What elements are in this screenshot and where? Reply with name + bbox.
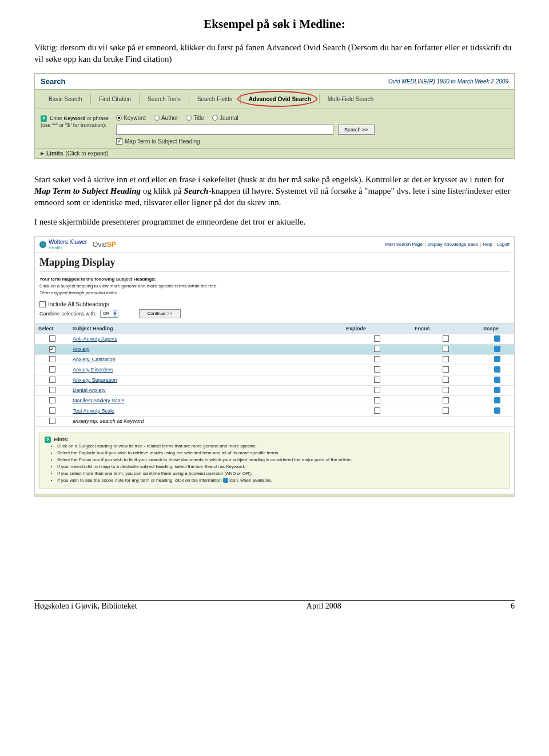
mapping-table: Select Subject Heading Explode Focus Sco… (35, 323, 514, 427)
hint-item: If your search did not map to a desirabl… (57, 463, 504, 470)
divider (39, 271, 510, 271)
explode-checkbox[interactable] (374, 366, 380, 373)
wk-logo-icon (39, 241, 46, 248)
link-main-search[interactable]: Main Search Page (385, 242, 423, 247)
explode-checkbox[interactable] (374, 335, 380, 342)
focus-checkbox[interactable] (443, 366, 449, 373)
subject-heading-link[interactable]: Anxiety, Separation (73, 377, 117, 383)
tab-search-fields[interactable]: Search Fields (189, 94, 240, 104)
table-row: Anxiety, Castration (35, 354, 514, 365)
search-button[interactable]: Search >> (338, 125, 375, 135)
subject-heading-link[interactable]: Manifest Anxiety Scale (73, 398, 125, 403)
table-row: Anxiety (35, 344, 514, 354)
select-checkbox[interactable] (49, 366, 55, 373)
scope-info-icon[interactable] (494, 356, 500, 362)
select-checkbox[interactable] (49, 335, 55, 342)
table-row: Anxiety Disorders (35, 365, 514, 375)
help-icon: ? (45, 437, 51, 443)
hint-item: Select the Focus box if you wish to limi… (57, 457, 504, 463)
select-checkbox[interactable] (49, 377, 55, 383)
focus-checkbox[interactable] (443, 387, 449, 393)
scope-info-icon[interactable] (494, 407, 500, 414)
explode-checkbox[interactable] (374, 346, 380, 352)
hint-item: If you select more than one term, you ca… (57, 470, 504, 477)
radio-keyword[interactable]: Keyword (116, 115, 146, 121)
select-checkbox[interactable] (49, 397, 55, 403)
table-row: Test Anxiety Scale (35, 406, 514, 416)
database-label: Ovid MEDLINE(R) 1950 to March Week 2 200… (388, 78, 508, 85)
subject-heading-link[interactable]: Dental Anxiety (73, 387, 106, 393)
scope-info-icon (223, 478, 228, 483)
focus-checkbox[interactable] (443, 335, 449, 342)
focus-checkbox[interactable] (443, 356, 449, 362)
col-explode: Explode (343, 323, 411, 334)
tab-advanced-ovid-search[interactable]: Advanced Ovid Search (240, 94, 319, 104)
radio-title[interactable]: Title (186, 115, 204, 121)
tab-find-citation[interactable]: Find Citation (90, 94, 139, 104)
select-checkbox[interactable] (49, 418, 55, 424)
ovidsp-logo: OvidSP (93, 241, 116, 249)
select-checkbox[interactable] (49, 407, 55, 414)
limits-label: Limits (46, 150, 63, 157)
table-row: Anti-Anxiety Agents (35, 334, 514, 344)
subject-heading-link[interactable]: Anxiety, Castration (73, 357, 116, 362)
link-knowledge-base[interactable]: Display Knowledge Base (425, 242, 478, 247)
radio-journal[interactable]: Journal (212, 115, 238, 121)
subject-heading-link: anxiety.mp. search as Keyword (73, 418, 144, 424)
map-term-checkbox[interactable] (116, 138, 122, 145)
page-footer: Høgskolen i Gjøvik, Biblioteket April 20… (34, 600, 515, 611)
table-row: Manifest Anxiety Scale (35, 395, 514, 406)
hints-title: Hints: (54, 437, 69, 442)
focus-checkbox[interactable] (443, 377, 449, 383)
limits-row[interactable]: ▶ Limits (Click to expand) (35, 149, 514, 158)
select-checkbox[interactable] (49, 346, 55, 353)
scope-info-icon[interactable] (494, 335, 500, 342)
radio-icon (116, 115, 122, 121)
scope-info-icon[interactable] (494, 387, 500, 393)
combine-select[interactable]: OR (100, 310, 118, 318)
select-checkbox[interactable] (49, 387, 55, 393)
hint-item: Select the Explode box if you wish to re… (57, 450, 504, 457)
help-icon[interactable]: ? (41, 115, 47, 122)
col-scope: Scope (480, 323, 514, 334)
subject-heading-link[interactable]: Test Anxiety Scale (73, 408, 114, 414)
scope-info-icon[interactable] (494, 366, 500, 373)
tab-basic-search[interactable]: Basic Search (41, 94, 90, 104)
radio-icon (186, 115, 192, 121)
limits-note: (Click to expand) (65, 150, 108, 157)
wolters-kluwer-logo: Wolters Kluwer Health (39, 239, 87, 250)
subject-heading-link[interactable]: Anxiety Disorders (73, 367, 113, 373)
focus-checkbox[interactable] (443, 397, 449, 403)
focus-checkbox[interactable] (443, 407, 449, 414)
hint-item: Click on a Subject Heading to view its t… (57, 443, 504, 450)
explode-checkbox[interactable] (374, 407, 380, 414)
combine-label: Combine selections with: (39, 311, 97, 317)
explode-checkbox[interactable] (374, 377, 380, 383)
footer-center: April 2008 (307, 602, 341, 611)
mapping-meta: Your term mapped to the following Subjec… (35, 276, 514, 300)
scope-info-icon[interactable] (494, 377, 500, 383)
subject-heading-link[interactable]: Anti-Anxiety Agents (73, 336, 117, 342)
subject-heading-link[interactable]: Anxiety (73, 346, 90, 352)
brand-row: Wolters Kluwer Health OvidSP (39, 239, 116, 250)
focus-checkbox[interactable] (443, 346, 449, 352)
radio-author[interactable]: Author (154, 115, 178, 121)
search-input[interactable] (116, 125, 333, 135)
link-logoff[interactable]: Logoff (495, 242, 510, 247)
scope-info-icon[interactable] (494, 346, 500, 352)
table-row: anxiety.mp. search as Keyword (35, 416, 514, 426)
tab-search-tools[interactable]: Search Tools (139, 94, 189, 104)
continue-button[interactable]: Continue >> (139, 309, 181, 318)
link-help[interactable]: Help (480, 242, 492, 247)
explode-checkbox[interactable] (374, 397, 380, 403)
footer-page-number: 6 (511, 602, 515, 611)
enter-keyword-label: ? Enter Keyword or phrase (use "*" or "$… (41, 115, 109, 145)
scope-info-icon[interactable] (494, 397, 500, 403)
include-all-label: Include All Subheadings (48, 301, 109, 307)
expand-icon: ▶ (41, 151, 44, 156)
select-checkbox[interactable] (49, 356, 55, 362)
explode-checkbox[interactable] (374, 387, 380, 393)
explode-checkbox[interactable] (374, 356, 380, 362)
tab-multi-field-search[interactable]: Multi-Field Search (319, 94, 382, 104)
include-all-subheadings-checkbox[interactable] (39, 301, 46, 307)
